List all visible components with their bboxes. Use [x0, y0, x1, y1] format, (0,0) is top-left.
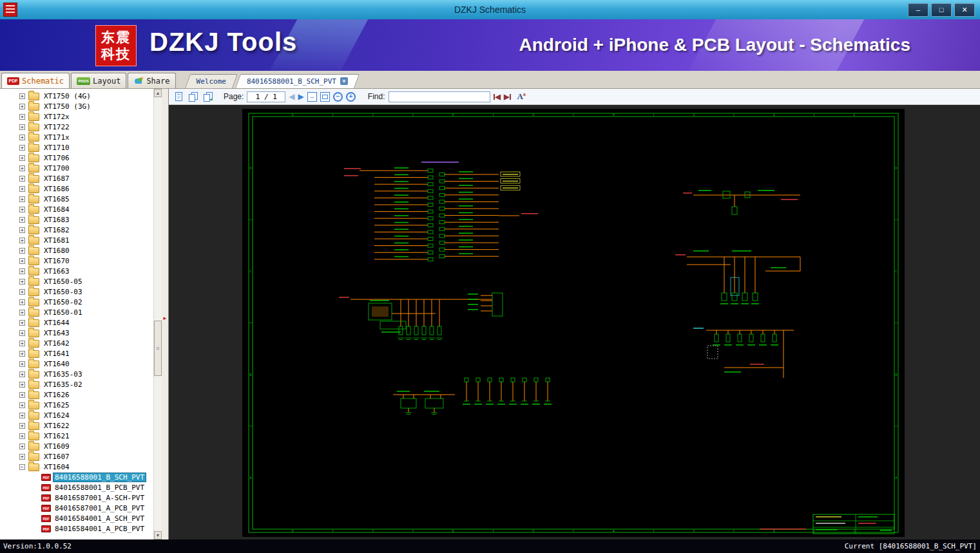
tree-expander-icon[interactable]: + — [19, 413, 25, 418]
tree-expander-icon[interactable]: + — [19, 165, 25, 171]
tree-folder-xt1682[interactable]: +XT1682 — [0, 225, 153, 235]
tree-folder-xt1706[interactable]: +XT1706 — [0, 153, 153, 163]
tree-expander-icon[interactable]: + — [19, 176, 25, 182]
tree-folder-xt1683[interactable]: +XT1683 — [0, 214, 153, 225]
titlebar[interactable]: DZKJ Schematics – □ ✕ — [0, 0, 980, 19]
tree-expander-icon[interactable]: + — [19, 299, 25, 305]
tree-folder-xt1625[interactable]: +XT1625 — [0, 400, 153, 410]
find-input[interactable] — [389, 91, 490, 102]
tree-expander-icon[interactable]: + — [19, 310, 25, 315]
tree-expander-icon[interactable]: + — [19, 155, 25, 161]
tab-schematic[interactable]: PDF Schematic — [1, 73, 70, 88]
close-button[interactable]: ✕ — [954, 3, 975, 17]
tree-expander-icon[interactable]: + — [19, 361, 25, 367]
tree-folder-xt1640[interactable]: +XT1640 — [0, 359, 153, 369]
tree-folder-xt1684[interactable]: +XT1684 — [0, 204, 153, 214]
copy-page-icon[interactable] — [187, 91, 199, 102]
tree-folder-xt172x[interactable]: +XT172x — [0, 111, 153, 122]
tree-folder-xt1686[interactable]: +XT1686 — [0, 183, 153, 194]
schematic-canvas[interactable]: 8877665544332211DDCCBBAA — [242, 109, 905, 537]
zoom-in-button[interactable]: + — [346, 92, 356, 102]
tree-scrollbar[interactable]: ▲ ≡ ▼ — [153, 89, 162, 539]
tree-expander-icon[interactable]: + — [19, 93, 25, 99]
tree-folder-xt1650-01[interactable]: +XT1650-01 — [0, 307, 153, 317]
tab-layout[interactable]: PADS Layout — [71, 73, 126, 88]
tree-expander-icon[interactable]: + — [19, 104, 25, 109]
tree-file-84016584001-a-sch-pvt[interactable]: PDF84016584001_A_SCH_PVT — [0, 513, 153, 523]
minimize-button[interactable]: – — [908, 3, 928, 17]
tree-expander-icon[interactable]: + — [19, 289, 25, 295]
tree-expander-icon[interactable]: + — [19, 248, 25, 254]
previous-page-button[interactable]: ◀ — [289, 92, 294, 101]
tree-folder-xt1750-3g[interactable]: +XT1750 (3G) — [0, 101, 153, 111]
find-previous-button[interactable]: ◀ — [494, 93, 501, 101]
tree-expander-icon[interactable]: + — [19, 320, 25, 326]
tree-file-84016587001-a-pcb-pvt[interactable]: PDF84016587001_A_PCB_PVT — [0, 503, 153, 513]
tree-expander-icon[interactable]: + — [19, 433, 25, 439]
tree-folder-xt1641[interactable]: +XT1641 — [0, 348, 153, 359]
tree-expander-icon[interactable]: + — [19, 454, 25, 460]
tree-folder-xt1650-05[interactable]: +XT1650-05 — [0, 276, 153, 286]
tab-share[interactable]: + Share — [128, 73, 175, 88]
doc-tab-84016588001-b-sch-pvt[interactable]: 84016588001_B_SCH_PVT× — [238, 74, 357, 88]
doc-tab-welcome[interactable]: Welcome — [187, 74, 235, 88]
tree-folder-xt1609[interactable]: +XT1609 — [0, 441, 153, 451]
tree-expander-icon[interactable]: + — [19, 135, 25, 140]
find-next-button[interactable]: ▶ — [504, 93, 511, 101]
tree-expander-icon[interactable]: + — [19, 207, 25, 212]
tree-expander-icon[interactable]: + — [19, 145, 25, 151]
tree-folder-xt1650-03[interactable]: +XT1650-03 — [0, 286, 153, 297]
tree-folder-xt1624[interactable]: +XT1624 — [0, 410, 153, 420]
tree-expander-icon[interactable]: + — [19, 114, 25, 120]
tree-file-84016587001-a-sch-pvt[interactable]: PDF84016587001_A-SCH-PVT — [0, 492, 153, 503]
font-size-button[interactable]: Aa — [517, 91, 525, 102]
maximize-button[interactable]: □ — [931, 3, 952, 17]
page-view-icon[interactable] — [173, 91, 184, 102]
tree-expander-icon[interactable]: + — [19, 268, 25, 274]
tree-folder-xt1643[interactable]: +XT1643 — [0, 328, 153, 338]
next-page-button[interactable]: ▶ — [298, 92, 304, 101]
fit-page-button[interactable] — [320, 92, 330, 102]
tree-expander-icon[interactable]: + — [19, 341, 25, 346]
tree-folder-xt1621[interactable]: +XT1621 — [0, 431, 153, 441]
tree-folder-xt1700[interactable]: +XT1700 — [0, 163, 153, 173]
cascade-pages-icon[interactable] — [202, 91, 214, 102]
tree-file-84016588001-b-sch-pvt[interactable]: PDF84016588001_B_SCH_PVT — [0, 472, 153, 482]
close-tab-icon[interactable]: × — [340, 77, 348, 85]
tree-expander-icon[interactable]: + — [19, 279, 25, 285]
tree-expander-icon[interactable]: + — [19, 371, 25, 377]
schematic-viewer[interactable]: 8877665544332211DDCCBBAA — [169, 105, 980, 539]
tree-folder-xt1622[interactable]: +XT1622 — [0, 420, 153, 431]
tree-folder-xt1685[interactable]: +XT1685 — [0, 194, 153, 204]
fit-width-button[interactable]: ↔ — [307, 92, 317, 102]
tree-expander-icon[interactable]: + — [19, 382, 25, 388]
sidebar-splitter[interactable]: ► — [162, 89, 168, 539]
tree-folder-xt1644[interactable]: +XT1644 — [0, 317, 153, 328]
tree-folder-xt1670[interactable]: +XT1670 — [0, 256, 153, 266]
scrollbar-thumb[interactable]: ≡ — [154, 321, 162, 376]
tree-folder-xt1663[interactable]: +XT1663 — [0, 266, 153, 276]
tree-folder-xt1680[interactable]: +XT1680 — [0, 245, 153, 256]
tree-folder-xt1607[interactable]: +XT1607 — [0, 451, 153, 462]
tree-expander-icon[interactable]: + — [19, 238, 25, 243]
tree-folder-xt1635-03[interactable]: +XT1635-03 — [0, 369, 153, 379]
scroll-up-arrow[interactable]: ▲ — [154, 89, 162, 97]
tree-expander-icon[interactable]: + — [19, 351, 25, 357]
tree-expander-icon[interactable]: + — [19, 444, 25, 449]
tree-expander-icon[interactable]: + — [19, 124, 25, 130]
zoom-out-button[interactable]: − — [333, 92, 343, 102]
page-input[interactable] — [247, 91, 285, 102]
tree-expander-icon[interactable]: + — [19, 330, 25, 336]
tree-expander-icon[interactable]: + — [19, 258, 25, 264]
tree-expander-icon[interactable]: + — [19, 227, 25, 233]
tree-folder-xt1681[interactable]: +XT1681 — [0, 235, 153, 245]
tree-folder-xt1750-4g[interactable]: +XT1750 (4G) — [0, 91, 153, 101]
tree-expander-icon[interactable]: + — [19, 423, 25, 429]
tree-expander-icon[interactable]: + — [19, 186, 25, 192]
tree-folder-xt1642[interactable]: +XT1642 — [0, 338, 153, 348]
tree-expander-icon[interactable]: + — [19, 392, 25, 398]
tree-folder-xt1635-02[interactable]: +XT1635-02 — [0, 379, 153, 389]
scroll-down-arrow[interactable]: ▼ — [154, 531, 162, 539]
model-tree[interactable]: +XT1750 (4G)+XT1750 (3G)+XT172x+XT1722+X… — [0, 89, 153, 539]
collapse-sidebar-icon[interactable]: ► — [162, 315, 168, 321]
